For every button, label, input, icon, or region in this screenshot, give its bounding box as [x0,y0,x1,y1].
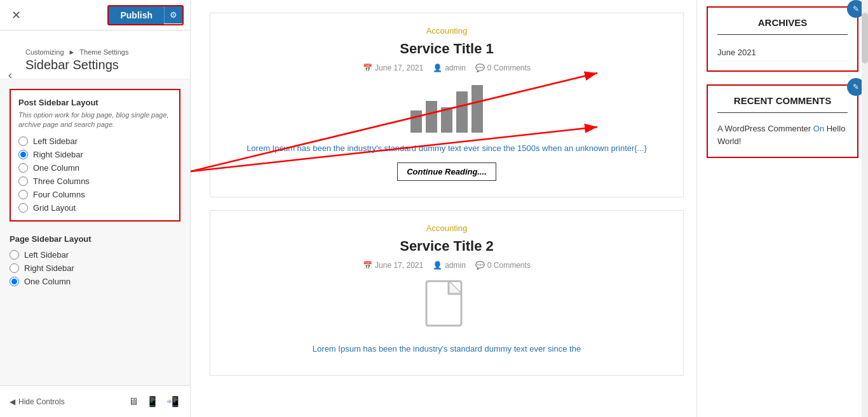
desktop-icon[interactable]: 🖥 [127,394,140,409]
left-panel: ✕ Publish ⚙ ‹ Customizing ► Theme Settin… [0,0,191,417]
scrollbar-thumb[interactable] [862,13,868,63]
sidebar-widgets: ✎ ARCHIVES June 2021 ✎ RECENT COMMENTS A… [696,0,868,417]
post-comments-2: 💬 0 Comments [475,261,531,270]
post-title-1: Service Title 1 [223,41,670,57]
post-sidebar-layout-desc: This option work for blog page, blog sin… [18,110,172,130]
radio-one-column[interactable]: One Column [18,163,172,173]
archives-month: June 2021 [717,44,848,61]
comment-icon: 💬 [475,63,485,72]
tablet-icon[interactable]: 📱 [145,394,160,409]
close-button[interactable]: ✕ [6,6,26,25]
post-excerpt-2: Lorem Ipsum has been the industry's stan… [223,343,670,355]
hide-controls-button[interactable]: ◀ Hide Controls [10,397,65,406]
post-title-2: Service Title 2 [223,238,670,255]
top-bar: ✕ Publish ⚙ [0,0,190,30]
user-icon-2: 👤 [433,261,442,270]
radio-four-columns[interactable]: Four Columns [18,190,172,199]
back-button[interactable]: ‹ [3,66,17,84]
gear-button[interactable]: ⚙ [164,6,182,23]
post-category-2: Accounting [223,223,670,233]
recent-comments-widget-title: RECENT COMMENTS [717,95,848,113]
page-sidebar-radio-group: Left Sidebar Right Sidebar One Column [10,250,180,286]
post-sidebar-layout-title: Post Sidebar Layout [18,98,172,107]
publish-button[interactable]: Publish [109,6,164,24]
recent-comments-widget-content: A WordPress Commenter On Hello World! [717,119,848,147]
archives-widget-content: June 2021 [717,41,848,61]
page-radio-one-column[interactable]: One Column [10,277,180,286]
post-sidebar-radio-group: Left Sidebar Right Sidebar One Column Th… [18,136,172,213]
post-date-1: 📅 June 17, 2021 [363,63,423,72]
radio-grid-layout[interactable]: Grid Layout [18,203,172,213]
post-date-2: 📅 June 17, 2021 [363,261,423,270]
page-sidebar-layout-section: Page Sidebar Layout Left Sidebar Right S… [10,231,180,293]
user-icon: 👤 [433,63,442,72]
publish-area: Publish ⚙ [107,5,184,25]
archives-widget-title: ARCHIVES [717,17,848,35]
post-author-2: 👤 admin [433,261,466,270]
bottom-bar: ◀ Hide Controls 🖥 📱 📲 [0,385,190,417]
recent-comments-widget: ✎ RECENT COMMENTS A WordPress Commenter … [707,84,858,158]
post-card-1: Accounting Service Title 1 📅 June 17, 20… [210,13,684,197]
breadcrumb: Customizing ► Theme Settings [25,48,180,56]
post-author-1: 👤 admin [433,63,466,72]
archives-widget: ✎ ARCHIVES June 2021 [707,6,858,72]
calendar-icon: 📅 [363,63,372,72]
chart-bar-4 [456,91,468,133]
post-chart-1 [409,82,485,133]
page-sidebar-layout-title: Page Sidebar Layout [10,234,180,244]
post-comments-1: 💬 0 Comments [475,63,531,72]
main-area: Accounting Service Title 1 📅 June 17, 20… [191,0,868,417]
content-column: Accounting Service Title 1 📅 June 17, 20… [191,0,696,417]
radio-three-columns[interactable]: Three Columns [18,176,172,186]
hide-controls-label: Hide Controls [18,397,65,406]
comment-icon-2: 💬 [475,261,485,270]
panel-content: Post Sidebar Layout This option work for… [0,79,190,385]
post-category-1: Accounting [223,26,670,36]
radio-left-sidebar[interactable]: Left Sidebar [18,136,172,146]
commenter-link[interactable]: On [813,124,824,133]
scrollbar[interactable] [862,0,868,417]
chart-bar-1 [410,110,422,133]
continue-reading-button-1[interactable]: Continue Reading.... [397,162,496,181]
post-meta-2: 📅 June 17, 2021 👤 admin 💬 0 Comments [223,261,670,270]
post-meta-1: 📅 June 17, 2021 👤 admin 💬 0 Comments [223,63,670,72]
page-title: Sidebar Settings [25,58,180,72]
post-excerpt-1: Lorem Ipsum has been the industry's stan… [223,142,670,155]
commenter-name: A WordPress Commenter [717,124,813,133]
post-card-2: Accounting Service Title 2 📅 June 17, 20… [210,210,684,376]
post-sidebar-layout-section: Post Sidebar Layout This option work for… [10,89,180,222]
page-radio-right-sidebar[interactable]: Right Sidebar [10,263,180,273]
radio-right-sidebar[interactable]: Right Sidebar [18,150,172,159]
calendar-icon-2: 📅 [363,261,372,270]
chart-bar-2 [426,101,437,133]
device-icons: 🖥 📱 📲 [127,394,180,409]
post-file-icon [223,279,670,333]
page-radio-left-sidebar[interactable]: Left Sidebar [10,250,180,260]
mobile-icon[interactable]: 📲 [165,394,180,409]
chart-bar-5 [471,85,483,133]
arrow-left-icon: ◀ [10,397,15,406]
chart-bar-3 [441,107,452,133]
